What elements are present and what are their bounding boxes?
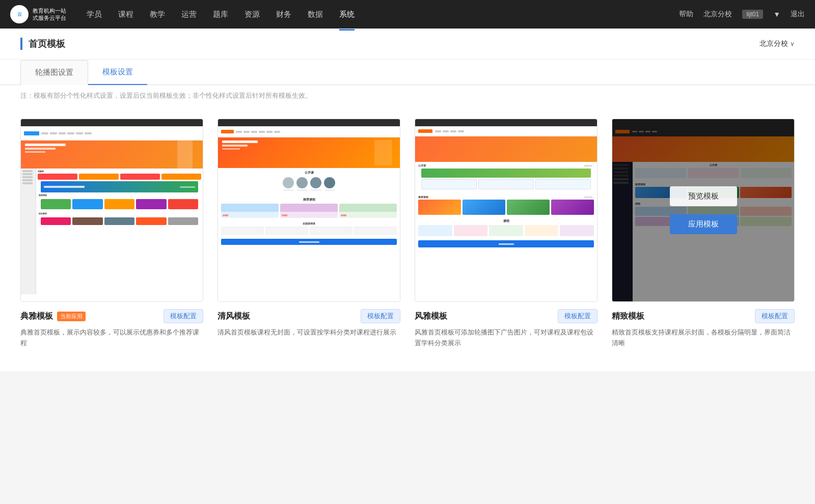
user-badge[interactable]: lijt01 (742, 10, 763, 19)
nav-data[interactable]: 数据 (308, 8, 323, 21)
template-preview-3[interactable]: 公开课 查看更多 > (415, 119, 597, 302)
chevron-down-icon: ∨ (790, 40, 795, 47)
template-name-2: 清风模板 (218, 311, 250, 322)
template-name-row-3: 风雅模板 模板配置 (415, 309, 597, 323)
branch-selector[interactable]: 北京分校 ∨ (759, 39, 795, 48)
template-name-row-1: 典雅模板 当前应用 模板配置 (20, 309, 203, 323)
template-desc-1: 典雅首页模板，展示内容较多，可以展示优惠券和多个推荐课程 (20, 327, 203, 349)
nav-questions[interactable]: 题库 (213, 8, 228, 21)
main-nav: 学员 课程 教学 运营 题库 资源 财务 数据 系统 (87, 8, 679, 21)
apply-template-button-4[interactable]: 应用模板 (670, 214, 737, 234)
nav-operations[interactable]: 运营 (181, 8, 197, 21)
config-button-2[interactable]: 模板配置 (361, 309, 400, 323)
template-name-4: 精致模板 (612, 311, 644, 322)
config-button-1[interactable]: 模板配置 (164, 309, 203, 323)
tabs-area: 轮播图设置 模板设置 (0, 60, 815, 85)
templates-grid: 优惠券 (20, 119, 795, 351)
template-card-4: 预览模板 应用模板 (612, 119, 795, 351)
navbar: 云 教育机构一站 式服务云平台 学员 课程 教学 运营 题库 资源 财务 数据 … (0, 0, 815, 29)
notice-area: 注：模板有部分个性化样式设置，设置后仅当前模板生效；非个性化样式设置后针对所有模… (0, 85, 815, 106)
logout-link[interactable]: 退出 (791, 10, 805, 19)
mini-nav-2 (218, 119, 400, 126)
branch-name: 北京分校 (759, 39, 788, 48)
branch-link[interactable]: 北京分校 (703, 10, 732, 19)
nav-finance[interactable]: 财务 (276, 8, 291, 21)
mini-nav-1 (21, 119, 203, 126)
current-badge-1: 当前应用 (57, 312, 86, 321)
template-desc-4: 精致首页模板支持课程展示封面，各模板分隔明显，界面简洁清晰 (612, 327, 795, 349)
template-info-2: 清风模板 模板配置 清风首页模板课程无封面，可设置按学科分类对课程进行展示 (218, 302, 400, 340)
nav-courses[interactable]: 课程 (118, 8, 133, 21)
nav-system[interactable]: 系统 (339, 8, 355, 21)
tab-carousel[interactable]: 轮播图设置 (20, 60, 88, 85)
template-overlay-4: 预览模板 应用模板 (612, 119, 794, 301)
template-preview-1[interactable]: 优惠券 (20, 119, 203, 302)
template-desc-3: 风雅首页模板可添加轮播图下广告图片，可对课程及课程包设置学科分类展示 (415, 327, 597, 349)
template-name-3: 风雅模板 (415, 311, 447, 322)
tabs: 轮播图设置 模板设置 (20, 60, 795, 85)
template-preview-2[interactable]: 公开课 (218, 119, 400, 302)
template-info-1: 典雅模板 当前应用 模板配置 典雅首页模板，展示内容较多，可以展示优惠券和多个推… (20, 302, 203, 351)
page-header: 首页模板 北京分校 ∨ (0, 29, 815, 60)
notice-text: 注：模板有部分个性化样式设置，设置后仅当前模板生效；非个性化样式设置后针对所有模… (20, 91, 795, 106)
main-content: 优惠券 (0, 106, 815, 371)
tab-template[interactable]: 模板设置 (88, 60, 147, 85)
preview-template-button-4[interactable]: 预览模板 (670, 186, 737, 206)
nav-teaching[interactable]: 教学 (150, 8, 165, 21)
logo-text: 教育机构一站 式服务云平台 (33, 7, 66, 22)
mini-body-2: 公开课 (218, 126, 400, 301)
mini-nav-3 (415, 119, 597, 126)
navbar-right: 帮助 北京分校 lijt01 ▼ 退出 (679, 10, 805, 19)
template-info-3: 风雅模板 模板配置 风雅首页模板可添加轮播图下广告图片，可对课程及课程包设置学科… (415, 302, 597, 351)
template-card-3: 公开课 查看更多 > (415, 119, 597, 351)
template-name-row-2: 清风模板 模板配置 (218, 309, 400, 323)
page-title: 首页模板 (20, 38, 65, 50)
logo[interactable]: 云 教育机构一站 式服务云平台 (10, 5, 66, 23)
logo-icon: 云 (10, 5, 29, 23)
nav-resources[interactable]: 资源 (244, 8, 260, 21)
template-card-2: 公开课 (218, 119, 400, 351)
template-preview-4[interactable]: 预览模板 应用模板 (612, 119, 795, 302)
config-button-3[interactable]: 模板配置 (558, 309, 597, 323)
config-button-4[interactable]: 模板配置 (755, 309, 795, 323)
template-desc-2: 清风首页模板课程无封面，可设置按学科分类对课程进行展示 (218, 327, 400, 338)
help-link[interactable]: 帮助 (679, 10, 693, 19)
template-name-row-4: 精致模板 模板配置 (612, 309, 795, 323)
mini-body-3: 公开课 查看更多 > (415, 126, 597, 301)
template-name-1: 典雅模板 当前应用 (20, 311, 86, 322)
template-info-4: 精致模板 模板配置 精致首页模板支持课程展示封面，各模板分隔明显，界面简洁清晰 (612, 302, 795, 351)
mini-body-1: 优惠券 (21, 126, 203, 301)
template-card-1: 优惠券 (20, 119, 203, 351)
nav-students[interactable]: 学员 (87, 8, 102, 21)
